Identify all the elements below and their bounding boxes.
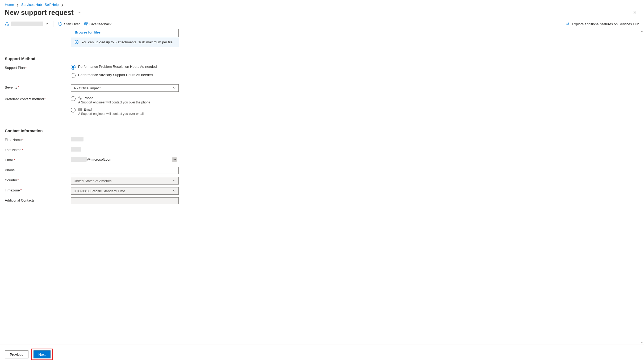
label-last-name: Last Name* <box>5 147 71 152</box>
give-feedback-label: Give feedback <box>89 22 111 26</box>
close-button[interactable] <box>631 8 639 17</box>
chevron-down-icon <box>173 189 176 193</box>
radio-icon <box>71 73 76 78</box>
contact-phone-label: Phone <box>83 96 94 100</box>
country-select[interactable]: United States of America <box>71 177 179 185</box>
previous-button[interactable]: Previous <box>5 350 28 358</box>
restart-icon <box>58 22 62 26</box>
timezone-select[interactable]: UTC-08:00 Pacific Standard Time <box>71 187 179 195</box>
support-plan-option-1[interactable]: Performance Problem Resolution Hours As-… <box>71 65 179 70</box>
explore-services-hub-link[interactable]: Explore additional features on Services … <box>566 22 639 26</box>
mail-icon <box>78 108 82 111</box>
breadcrumb-services-hub[interactable]: Services Hub | Self Help <box>21 3 59 7</box>
country-value: United States of America <box>74 179 112 183</box>
chevron-right-icon: ❯ <box>61 3 63 6</box>
chevron-down-icon <box>45 22 48 26</box>
phone-input[interactable] <box>71 167 179 174</box>
more-actions-button[interactable]: ⋯ <box>77 10 82 15</box>
footer-actions: Previous Next <box>0 345 644 364</box>
scope-picker[interactable] <box>5 22 48 26</box>
contact-email-label: Email <box>83 107 92 111</box>
contact-email-sub: A Support engineer will contact you over… <box>78 112 144 116</box>
info-icon <box>74 40 79 44</box>
start-over-label: Start Over <box>64 22 80 26</box>
start-over-button[interactable]: Start Over <box>58 22 80 26</box>
upload-browse-link[interactable]: Browse for files <box>71 29 179 37</box>
email-domain: @microsoft.com <box>87 157 112 161</box>
label-preferred-contact: Preferred contact method* <box>5 96 71 101</box>
radio-icon <box>71 108 76 112</box>
additional-contacts-input[interactable] <box>71 197 179 204</box>
support-plan-option-1-label: Performance Problem Resolution Hours As-… <box>78 65 157 69</box>
severity-value: A - Critical impact <box>74 86 101 90</box>
last-name-value-redacted <box>71 147 81 152</box>
chevron-down-icon <box>173 179 176 183</box>
contact-phone-sub: A Support engineer will contact you over… <box>78 101 150 104</box>
timezone-value: UTC-08:00 Pacific Standard Time <box>74 189 125 193</box>
section-support-method: Support Method <box>5 56 639 61</box>
label-timezone: Timezone* <box>5 187 71 192</box>
label-country: Country* <box>5 177 71 182</box>
toolbar-divider <box>53 21 53 27</box>
first-name-value-redacted <box>71 137 83 141</box>
label-first-name: First Name* <box>5 137 71 142</box>
contact-method-email[interactable]: Email A Support engineer will contact yo… <box>71 107 179 116</box>
upload-info-text: You can upload up to 5 attachments. 1GB … <box>81 40 173 44</box>
breadcrumb: Home ❯ Services Hub | Self Help ❯ <box>0 0 644 8</box>
label-support-plan: Support Plan* <box>5 65 71 70</box>
contact-method-phone[interactable]: Phone A Support engineer will contact yo… <box>71 96 179 104</box>
give-feedback-button[interactable]: Give feedback <box>83 22 111 26</box>
toolbar: Start Over Give feedback Explore additio… <box>0 19 644 29</box>
svg-rect-4 <box>8 25 9 26</box>
next-button-highlight: Next <box>31 349 53 360</box>
support-plan-option-2-label: Performance Advisory Support Hours As-ne… <box>78 73 153 77</box>
feedback-person-icon <box>83 22 88 26</box>
breadcrumb-home[interactable]: Home <box>5 3 14 7</box>
severity-select[interactable]: A - Critical impact <box>71 84 179 92</box>
svg-rect-8 <box>76 42 77 43</box>
label-email: Email* <box>5 157 71 162</box>
chevron-right-icon: ❯ <box>16 3 19 6</box>
next-button[interactable]: Next <box>34 350 51 358</box>
sitemap-icon <box>5 22 9 26</box>
radio-icon <box>71 65 76 70</box>
scroll-down-icon[interactable] <box>640 341 643 344</box>
label-additional-contacts: Additional Contacts <box>5 197 71 202</box>
phone-icon <box>78 96 82 100</box>
chevron-down-icon <box>173 86 176 90</box>
section-contact-information: Contact Information <box>5 128 639 133</box>
radio-icon <box>71 96 76 101</box>
svg-rect-2 <box>6 22 7 23</box>
label-severity: Severity* <box>5 84 71 89</box>
svg-point-5 <box>85 23 86 24</box>
upload-info-banner: You can upload up to 5 attachments. 1GB … <box>71 37 179 47</box>
svg-rect-3 <box>5 25 6 26</box>
explore-label: Explore additional features on Services … <box>572 22 639 26</box>
label-phone: Phone <box>5 167 71 172</box>
page-title: New support request <box>5 9 74 17</box>
scroll-up-icon[interactable] <box>640 30 643 33</box>
support-plan-option-2[interactable]: Performance Advisory Support Hours As-ne… <box>71 73 179 78</box>
svg-point-7 <box>76 41 77 41</box>
email-local-redacted <box>71 157 87 162</box>
email-more-icon[interactable]: ••• <box>172 157 177 162</box>
scope-value-redacted <box>11 22 43 26</box>
swap-arrows-icon <box>566 22 570 26</box>
